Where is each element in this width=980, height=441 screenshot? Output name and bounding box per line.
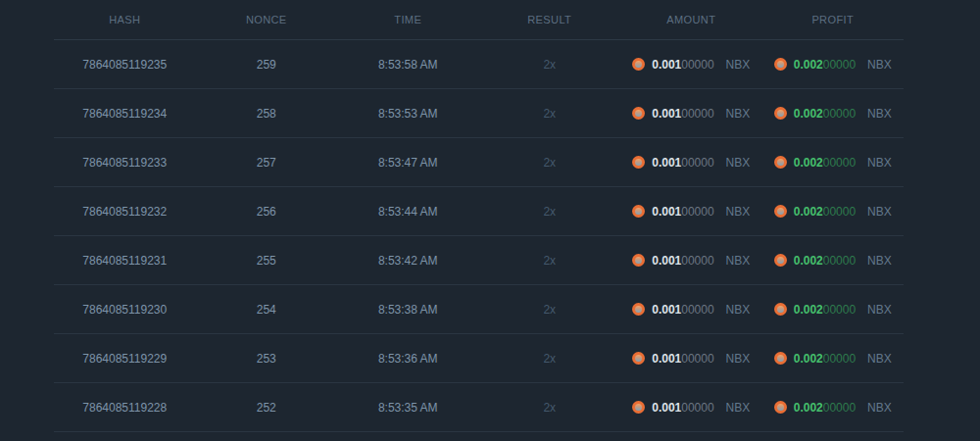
coin-icon [774, 401, 787, 414]
table-row[interactable]: 7864085119235 259 8:53:58 AM 2x 0.001000… [54, 40, 904, 89]
profit-currency: NBX [867, 156, 892, 170]
amount-zeros: 00000 [681, 156, 713, 170]
hash-cell: 7864085119231 [54, 254, 196, 268]
hash-cell: 7864085119230 [54, 303, 196, 317]
profit-main: 0.002 [794, 107, 823, 121]
profit-currency: NBX [867, 107, 892, 121]
profit-main: 0.002 [794, 401, 823, 415]
profit-currency: NBX [867, 58, 892, 72]
amount-main: 0.001 [652, 352, 681, 366]
amount-main: 0.001 [652, 303, 681, 317]
profit-main: 0.002 [794, 303, 823, 317]
profit-zeros: 00000 [823, 401, 856, 415]
coin-icon [632, 303, 645, 316]
amount-cell: 0.00100000 NBX [620, 352, 762, 366]
amount-main: 0.001 [652, 401, 681, 415]
profit-zeros: 00000 [823, 156, 856, 170]
profit-value: 0.00200000 [794, 254, 856, 268]
amount-currency: NBX [726, 303, 751, 317]
amount-zeros: 00000 [681, 107, 713, 121]
profit-cell: 0.00200000 NBX [762, 352, 905, 366]
table-row[interactable]: 7864085119231 255 8:53:42 AM 2x 0.001000… [54, 236, 904, 285]
amount-currency: NBX [726, 205, 751, 219]
amount-value: 0.00100000 [652, 401, 713, 415]
table-row[interactable]: 7864085119229 253 8:53:36 AM 2x 0.001000… [54, 334, 904, 383]
hash-cell: 7864085119232 [54, 205, 196, 219]
nonce-cell: 259 [196, 58, 338, 72]
profit-main: 0.002 [794, 205, 823, 219]
time-cell: 8:53:42 AM [337, 254, 479, 268]
column-header-nonce: NONCE [196, 14, 338, 25]
amount-main: 0.001 [652, 58, 681, 72]
table-row[interactable]: 7864085119233 257 8:53:47 AM 2x 0.001000… [54, 138, 904, 187]
profit-currency: NBX [867, 205, 892, 219]
amount-value: 0.00100000 [652, 107, 713, 121]
amount-cell: 0.00100000 NBX [620, 107, 762, 121]
nonce-cell: 254 [196, 303, 338, 317]
profit-currency: NBX [867, 303, 892, 317]
amount-zeros: 00000 [681, 58, 713, 72]
nonce-cell: 257 [196, 156, 338, 170]
amount-currency: NBX [726, 254, 751, 268]
result-cell: 2x [479, 107, 621, 121]
column-header-profit: PROFIT [762, 14, 905, 25]
profit-zeros: 00000 [823, 107, 856, 121]
result-cell: 2x [479, 401, 621, 415]
amount-main: 0.001 [652, 205, 681, 219]
coin-icon [632, 156, 645, 169]
profit-value: 0.00200000 [794, 205, 856, 219]
amount-zeros: 00000 [681, 205, 713, 219]
coin-icon [774, 352, 787, 365]
table-row[interactable]: 7864085119230 254 8:53:38 AM 2x 0.001000… [54, 285, 904, 334]
profit-value: 0.00200000 [794, 401, 856, 415]
profit-value: 0.00200000 [794, 156, 856, 170]
coin-icon [774, 58, 787, 71]
coin-icon [632, 254, 645, 267]
amount-value: 0.00100000 [652, 352, 713, 366]
hash-cell: 7864085119229 [54, 352, 196, 366]
profit-zeros: 00000 [823, 205, 856, 219]
coin-icon [774, 107, 787, 120]
amount-main: 0.001 [652, 107, 681, 121]
amount-main: 0.001 [652, 254, 681, 268]
coin-icon [632, 58, 645, 71]
profit-cell: 0.00200000 NBX [762, 205, 905, 219]
amount-cell: 0.00100000 NBX [620, 303, 762, 317]
result-cell: 2x [479, 303, 621, 317]
table-row[interactable]: 7864085119234 258 8:53:53 AM 2x 0.001000… [54, 89, 904, 138]
profit-cell: 0.00200000 NBX [762, 254, 905, 268]
amount-currency: NBX [726, 156, 751, 170]
nonce-cell: 258 [196, 107, 338, 121]
amount-currency: NBX [726, 352, 751, 366]
time-cell: 8:53:38 AM [337, 303, 479, 317]
amount-value: 0.00100000 [652, 156, 713, 170]
profit-value: 0.00200000 [794, 303, 856, 317]
result-cell: 2x [479, 352, 621, 366]
time-cell: 8:53:47 AM [337, 156, 479, 170]
profit-main: 0.002 [794, 352, 823, 366]
profit-cell: 0.00200000 NBX [762, 303, 905, 317]
profit-zeros: 00000 [823, 58, 856, 72]
amount-zeros: 00000 [681, 352, 713, 366]
amount-value: 0.00100000 [652, 205, 713, 219]
amount-currency: NBX [726, 58, 751, 72]
profit-currency: NBX [867, 254, 892, 268]
time-cell: 8:53:36 AM [337, 352, 479, 366]
hash-cell: 7864085119234 [54, 107, 196, 121]
time-cell: 8:53:53 AM [337, 107, 479, 121]
amount-currency: NBX [726, 107, 751, 121]
coin-icon [774, 254, 787, 267]
table-header-row: HASH NONCE TIME RESULT AMOUNT PROFIT [54, 0, 904, 40]
amount-main: 0.001 [652, 156, 681, 170]
hash-cell: 7864085119228 [54, 401, 196, 415]
time-cell: 8:53:44 AM [337, 205, 479, 219]
table-body: 7864085119235 259 8:53:58 AM 2x 0.001000… [54, 40, 904, 432]
result-cell: 2x [479, 58, 621, 72]
coin-icon [774, 156, 787, 169]
coin-icon [632, 107, 645, 120]
profit-currency: NBX [867, 401, 892, 415]
coin-icon [632, 352, 645, 365]
table-row[interactable]: 7864085119228 252 8:53:35 AM 2x 0.001000… [54, 383, 904, 432]
table-row[interactable]: 7864085119232 256 8:53:44 AM 2x 0.001000… [54, 187, 904, 236]
profit-zeros: 00000 [823, 303, 856, 317]
